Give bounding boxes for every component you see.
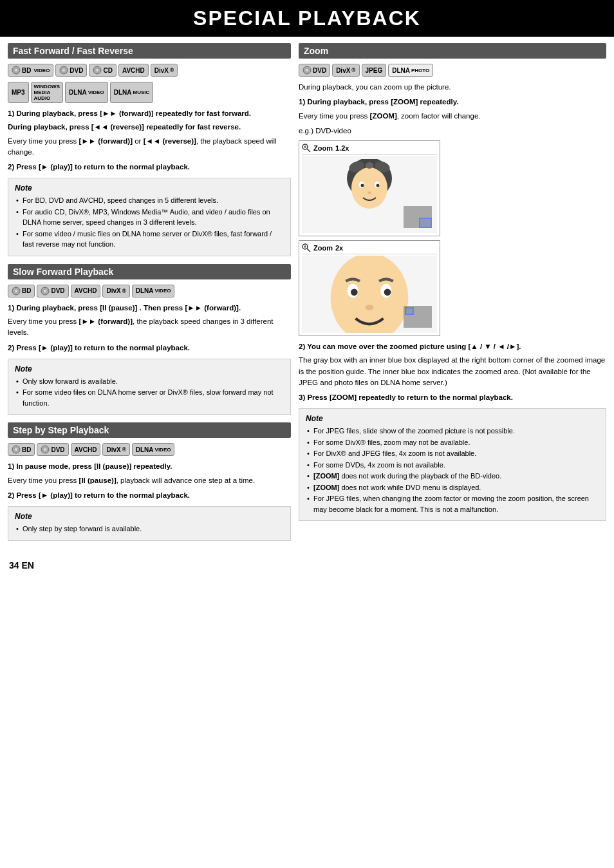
- svg-point-37: [351, 288, 358, 296]
- svg-point-39: [366, 305, 374, 310]
- zoom-example-label: e.g.) DVD-video: [299, 126, 606, 137]
- fast-forward-note-title: Note: [15, 184, 284, 193]
- zoom-box-2: Zoom 2x: [299, 240, 440, 336]
- badge-windows-media: WINDOWSMEDIAAUDIO: [31, 82, 63, 103]
- badge-dlna-slow: DLNAVIDEO: [132, 285, 175, 297]
- step-by-step-header: Step by Step Playback: [8, 422, 291, 438]
- svg-point-7: [15, 290, 17, 292]
- step-by-step-badges: BD DVD AVCHD DivX® DLNAVIDEO: [8, 443, 291, 456]
- badge-divx: DivX®: [151, 64, 178, 77]
- svg-point-34: [331, 256, 409, 333]
- zoom-note-item: [ZOOM] does not work while DVD menu is d…: [306, 482, 599, 493]
- step-by-step-section: Step by Step Playback BD DVD AVCHD DivX®…: [8, 422, 291, 540]
- step-by-step-note-title: Note: [15, 512, 284, 521]
- badge-jpeg-zoom: JPEG: [362, 64, 387, 77]
- page-footer: 34 EN: [0, 555, 614, 576]
- badge-cd: CD: [89, 64, 116, 77]
- zoom-note-item: For DivX® and JPEG files, 4x zoom is not…: [306, 448, 599, 459]
- svg-point-21: [351, 167, 387, 209]
- zoom-note-item: For JPEG files, when changing the zoom f…: [306, 493, 599, 514]
- fast-forward-note-item: For audio CD, DivX®, MP3, Windows Media™…: [15, 207, 284, 228]
- slow-forward-step2: 2) Press [► (play)] to return to the nor…: [8, 343, 291, 354]
- svg-point-24: [361, 184, 364, 187]
- badge-avchd-step: AVCHD: [71, 443, 101, 456]
- svg-point-11: [15, 448, 17, 451]
- slow-forward-note-list: Only slow forward is available. For some…: [15, 376, 284, 409]
- svg-line-31: [307, 249, 310, 252]
- step-by-step-note: Note Only step by step forward is availa…: [8, 506, 291, 541]
- slow-forward-section: Slow Forward Playback BD DVD AVCHD DivX®…: [8, 264, 291, 415]
- zoom-intro: During playback, you can zoom up the pic…: [299, 82, 606, 93]
- step-by-step-note-item: Only step by step forward is available.: [15, 524, 284, 534]
- badge-mp3: MP3: [8, 82, 29, 103]
- zoom-position-guide-1: [404, 206, 432, 228]
- badge-dlna-video: DLNAVIDEO: [65, 82, 108, 103]
- svg-point-29: [366, 162, 373, 169]
- zoom-note-item: For some DVDs, 4x zoom is not available.: [306, 460, 599, 471]
- svg-line-17: [307, 149, 310, 152]
- svg-point-9: [44, 290, 46, 292]
- zoom-note-item: For some DivX® files, zoom may not be av…: [306, 437, 599, 448]
- badge-bd-slow: BD: [8, 285, 35, 297]
- svg-point-3: [62, 69, 65, 71]
- slow-forward-note-title: Note: [15, 364, 284, 373]
- fast-forward-note-item: For some video / music files on DLNA hom…: [15, 229, 284, 250]
- zoom-note-list: For JPEG files, slide show of the zoomed…: [306, 426, 599, 514]
- slow-forward-note-item: Only slow forward is available.: [15, 376, 284, 387]
- svg-point-1: [15, 69, 17, 71]
- zoom-factor-1: 1.2x: [335, 144, 349, 152]
- fast-forward-badges-2: MP3 WINDOWSMEDIAAUDIO DLNAVIDEO DLNAMUSI…: [8, 82, 291, 103]
- step-by-step-note-list: Only step by step forward is available.: [15, 524, 284, 534]
- fast-forward-badges: BDVIDEO DVD CD AVCHD DivX®: [8, 64, 291, 77]
- fast-forward-section: Fast Forward / Fast Reverse BDVIDEO DVD …: [8, 43, 291, 256]
- badge-avchd-slow: AVCHD: [71, 285, 101, 297]
- svg-point-26: [367, 191, 371, 194]
- svg-point-5: [96, 69, 98, 71]
- zoom-badges: DVD DivX® JPEG DLNAPHOTO: [299, 64, 606, 77]
- badge-divx-step: DivX®: [102, 443, 129, 456]
- zoom-section: Zoom DVD DivX® JPEG DLNAPHOTO During pla…: [299, 43, 606, 521]
- zoom-note-item: [ZOOM] does not work during the playback…: [306, 471, 599, 482]
- badge-divx-zoom: DivX®: [332, 64, 359, 77]
- zoom-box-1: Zoom 1.2x: [299, 140, 440, 236]
- zoom-position-indicator-2: [405, 307, 414, 315]
- badge-bd-step: BD: [8, 443, 35, 456]
- zoom-label-1: Zoom: [313, 144, 333, 152]
- svg-point-38: [384, 288, 391, 296]
- fast-forward-step1: 1) During playback, press [►► (forward)]…: [8, 108, 291, 158]
- svg-point-15: [306, 69, 308, 71]
- badge-bd: BDVIDEO: [8, 64, 53, 77]
- zoom-label-2: Zoom: [313, 244, 333, 252]
- badge-dlna-music: DLNAMUSIC: [110, 82, 154, 103]
- fast-forward-header: Fast Forward / Fast Reverse: [8, 43, 291, 59]
- slow-forward-badges: BD DVD AVCHD DivX® DLNAVIDEO: [8, 285, 291, 297]
- zoom-position-indicator-1: [419, 218, 432, 228]
- slow-forward-step1: 1) During playback, press [II (pause)] .…: [8, 303, 291, 339]
- zoom-note-title: Note: [306, 414, 599, 423]
- zoom-step1: 1) During playback, press [ZOOM] repeate…: [299, 97, 606, 122]
- zoom-box-1-header: Zoom 1.2x: [302, 144, 437, 155]
- step-by-step-step1: 1) In pause mode, press [II (pause)] rep…: [8, 461, 291, 486]
- svg-point-13: [44, 448, 46, 451]
- fast-forward-step2: 2) Press [► (play)] to return to the nor…: [8, 162, 291, 173]
- zoom-image-1: [302, 156, 437, 233]
- step-by-step-step2: 2) Press [► (play)] to return to the nor…: [8, 490, 291, 501]
- left-column: Fast Forward / Fast Reverse BDVIDEO DVD …: [8, 43, 291, 549]
- slow-forward-header: Slow Forward Playback: [8, 264, 291, 279]
- badge-dvd: DVD: [55, 64, 87, 77]
- right-column: Zoom DVD DivX® JPEG DLNAPHOTO During pla…: [299, 43, 606, 549]
- badge-divx-slow: DivX®: [102, 285, 129, 297]
- badge-avchd: AVCHD: [118, 64, 149, 77]
- badge-dvd-slow: DVD: [37, 285, 68, 297]
- badge-dlna-photo-zoom: DLNAPHOTO: [388, 64, 433, 77]
- zoom-header: Zoom: [299, 43, 606, 59]
- zoom-image-2: [302, 256, 437, 333]
- badge-dlna-step: DLNAVIDEO: [132, 443, 175, 456]
- page-title: SPECIAL PLAYBACK: [0, 0, 614, 37]
- fast-forward-note: Note For BD, DVD and AVCHD, speed change…: [8, 178, 291, 256]
- fast-forward-note-list: For BD, DVD and AVCHD, speed changes in …: [15, 195, 284, 250]
- badge-dvd-step: DVD: [37, 443, 68, 456]
- svg-point-25: [377, 184, 380, 187]
- slow-forward-note-item: For some video files on DLNA home server…: [15, 387, 284, 408]
- zoom-step3: 3) Press [ZOOM] repeatedly to return to …: [299, 392, 606, 403]
